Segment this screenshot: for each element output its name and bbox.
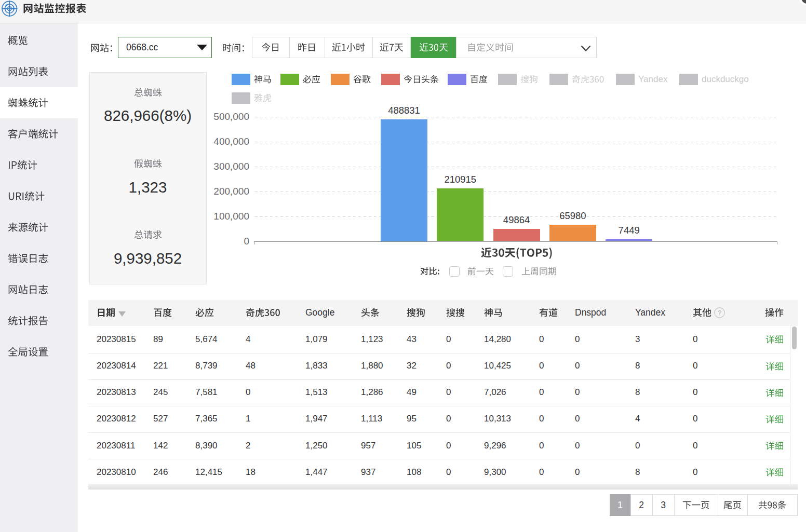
svg-text:?: ?	[718, 309, 722, 317]
